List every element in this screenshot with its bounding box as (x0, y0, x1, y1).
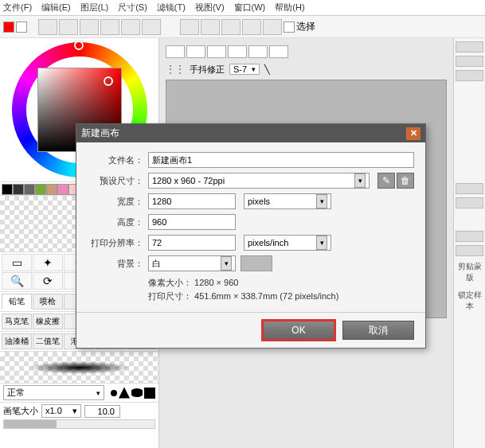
palette-swatch[interactable] (35, 184, 46, 195)
rotate-tool[interactable]: ⟳ (33, 272, 63, 290)
palette-swatch[interactable] (13, 184, 24, 195)
tip-ellipse-icon[interactable] (131, 388, 143, 399)
width-input[interactable] (148, 193, 236, 209)
toolbar-button[interactable] (180, 19, 199, 35)
tip-round-icon[interactable] (111, 390, 117, 396)
bg-select[interactable]: 白▾ (148, 255, 236, 271)
dialog-titlebar[interactable]: 新建画布 ✕ (76, 124, 425, 142)
width-label: 宽度： (88, 196, 143, 208)
right-panel-item[interactable] (456, 183, 483, 194)
canvas-tool[interactable] (228, 45, 247, 58)
tip-square-icon[interactable] (144, 388, 155, 399)
stabilizer-select[interactable]: S-7 (229, 64, 260, 75)
bg-color-preview[interactable] (241, 255, 272, 271)
tip-shapes (111, 388, 155, 399)
toolbar-button[interactable] (80, 19, 99, 35)
right-panel-item[interactable] (456, 245, 483, 256)
dpi-label: 打印分辨率： (88, 237, 143, 249)
toolbar-button[interactable] (38, 19, 57, 35)
canvas-tool[interactable] (269, 45, 288, 58)
menu-help[interactable]: 帮助(H) (275, 2, 304, 14)
size-value-input[interactable]: 10.0 (84, 405, 120, 418)
preset-delete-icon[interactable]: 🗑 (397, 173, 414, 189)
new-canvas-dialog: 新建画布 ✕ 文件名： 预设尺寸： 1280 x 960 - 72ppi▾ ✎ … (76, 123, 426, 349)
toolbar-button[interactable] (201, 19, 220, 35)
tip-triangle-icon[interactable] (119, 388, 130, 399)
menu-layer[interactable]: 图层(L) (80, 2, 108, 14)
dialog-title-text: 新建画布 (81, 127, 119, 140)
brush-tab-bucket[interactable]: 油漆桶 (2, 333, 32, 349)
brush-preview (0, 351, 158, 383)
stabilizer-label: 手抖修正 (190, 64, 225, 76)
toolbar-button[interactable] (100, 19, 119, 35)
brush-tab-eraser[interactable]: 橡皮擦 (33, 314, 63, 329)
brush-tab-marker[interactable]: 马克笔 (2, 314, 32, 329)
pixel-size-info: 像素大小： 1280 × 960 打印尺寸： 451.6mm × 338.7mm… (148, 276, 414, 302)
right-panel-item[interactable] (456, 231, 483, 242)
canvas-tool[interactable] (248, 45, 268, 58)
menu-edit[interactable]: 编辑(E) (41, 2, 71, 14)
lasso-tool[interactable]: ✦ (33, 254, 63, 271)
dpi-units-select[interactable]: pixels/inch▾ (244, 235, 331, 251)
stroke-sample (16, 360, 143, 376)
blend-mode-row: 正常 (0, 383, 158, 402)
cancel-button[interactable]: 取消 (342, 321, 414, 340)
lock-sample-label: 锁定样本 (456, 288, 483, 314)
canvas-tool[interactable] (186, 45, 205, 58)
zoom-tool[interactable]: 🔍 (2, 272, 32, 290)
toolbar-button[interactable] (142, 19, 161, 35)
menu-filter[interactable]: 滤镜(T) (157, 2, 186, 14)
palette-swatch[interactable] (2, 184, 13, 195)
palette-swatch[interactable] (57, 184, 68, 195)
drag-handle-icon[interactable]: ⋮⋮ (166, 64, 185, 75)
brush-line-icon: ╲ (264, 64, 270, 75)
right-panel: 剪贴蒙版 锁定样本 (453, 38, 485, 448)
palette-swatch[interactable] (24, 184, 35, 195)
brush-size-row: 画笔大小 x1.0▾ 10.0 (0, 402, 158, 419)
menu-file[interactable]: 文件(F) (3, 2, 32, 14)
brush-tab-pencil[interactable]: 铅笔 (2, 294, 32, 310)
close-button[interactable]: ✕ (406, 127, 420, 140)
filename-label: 文件名： (88, 154, 143, 166)
foreground-swatch[interactable] (3, 21, 14, 33)
toolbar-button[interactable] (242, 19, 261, 35)
toolbar-button[interactable] (263, 19, 282, 35)
menu-view[interactable]: 视图(V) (195, 2, 225, 14)
rect-select-tool[interactable]: ▭ (2, 254, 32, 271)
preset-tool-icon[interactable]: ✎ (377, 173, 395, 189)
color-marker[interactable] (104, 76, 113, 86)
palette-swatch[interactable] (46, 184, 57, 195)
background-swatch[interactable] (16, 21, 27, 33)
dpi-input[interactable] (148, 235, 236, 251)
hue-marker[interactable] (74, 41, 84, 50)
clip-mask-label: 剪贴蒙版 (456, 259, 483, 285)
canvas-tool[interactable] (207, 45, 226, 58)
right-panel-item[interactable] (456, 70, 483, 81)
right-panel-item[interactable] (456, 41, 483, 53)
canvas-tool[interactable] (166, 45, 185, 58)
brush-tab-airbrush[interactable]: 喷枪 (33, 294, 63, 310)
stabilizer-row: ⋮⋮ 手抖修正 S-7 ╲ (166, 62, 447, 76)
menu-window[interactable]: 窗口(W) (234, 2, 266, 14)
toolbar-checkbox[interactable] (284, 21, 295, 33)
size-slider[interactable] (3, 419, 155, 429)
bg-label: 背景： (88, 258, 143, 270)
ok-button[interactable]: OK (263, 321, 334, 340)
width-units-select[interactable]: pixels▾ (244, 193, 331, 209)
toolbar-button[interactable] (221, 19, 241, 35)
toolbar-button[interactable] (59, 19, 78, 35)
select-label: 选择 (296, 20, 315, 33)
right-panel-item[interactable] (456, 56, 483, 67)
size-mult-select[interactable]: x1.0▾ (41, 404, 81, 418)
top-toolbar: 选择 (0, 16, 485, 38)
height-label: 高度： (88, 216, 143, 228)
preset-select[interactable]: 1280 x 960 - 72ppi▾ (148, 173, 370, 189)
brush-tab-binary[interactable]: 二值笔 (33, 333, 63, 349)
right-panel-item[interactable] (456, 197, 483, 208)
menu-size[interactable]: 尺寸(S) (118, 2, 147, 14)
filename-input[interactable] (148, 152, 414, 168)
canvas-toolbar (166, 45, 447, 59)
blend-mode-select[interactable]: 正常 (3, 385, 104, 400)
height-input[interactable] (148, 214, 236, 230)
toolbar-button[interactable] (121, 19, 140, 35)
